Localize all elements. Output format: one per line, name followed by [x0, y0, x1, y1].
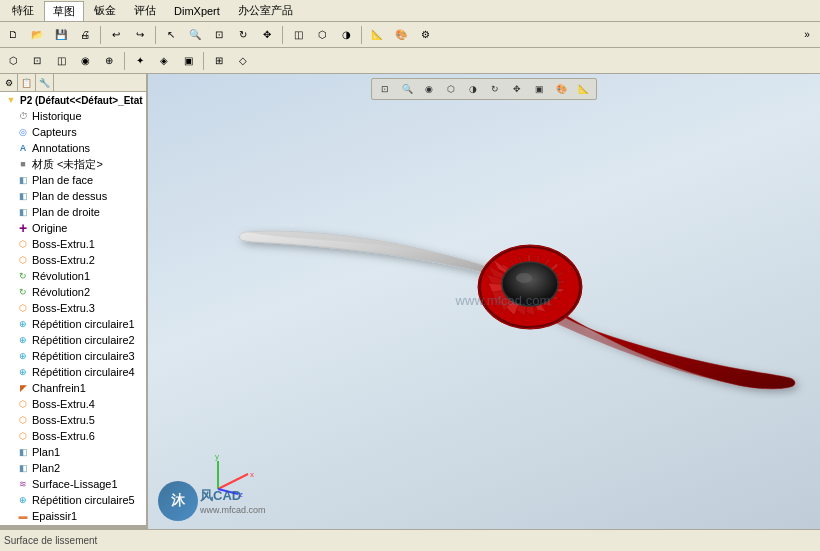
- tree-label-revolution2: Révolution2: [32, 286, 90, 298]
- svg-text:x: x: [250, 470, 254, 479]
- tool-new[interactable]: 🗋: [2, 24, 24, 46]
- tool2-10[interactable]: ◇: [232, 50, 254, 72]
- tool2-9[interactable]: ⊞: [208, 50, 230, 72]
- tool-options[interactable]: ⚙: [414, 24, 436, 46]
- tool-redo[interactable]: ↪: [129, 24, 151, 46]
- main-toolbar: 🗋 📂 💾 🖨 ↩ ↪ ↖ 🔍 ⊡ ↻ ✥ ◫ ⬡ ◑ 📐 🎨 ⚙ »: [0, 22, 820, 48]
- tool-display-style[interactable]: ◫: [287, 24, 309, 46]
- tree-item-historique[interactable]: ⏱ Historique: [0, 108, 146, 124]
- tool-rotate[interactable]: ↻: [232, 24, 254, 46]
- logo-mf: 沐: [171, 492, 185, 510]
- icon-boss-extr1: ⬡: [16, 237, 30, 251]
- panel-resize-handle[interactable]: [0, 525, 146, 529]
- tool2-8[interactable]: ▣: [177, 50, 199, 72]
- tree-item-boss-extr1[interactable]: ⬡ Boss-Extru.1: [0, 236, 146, 252]
- tool-view-orientation[interactable]: ⬡: [311, 24, 333, 46]
- toolbar-expander[interactable]: »: [796, 24, 818, 46]
- tool-zoom-fit[interactable]: ⊡: [208, 24, 230, 46]
- tree-tab-config[interactable]: 🔧: [36, 74, 54, 92]
- tree-item-rep-circ2[interactable]: ⊕ Répétition circulaire2: [0, 332, 146, 348]
- menu-office[interactable]: 办公室产品: [230, 1, 301, 20]
- tool-print[interactable]: 🖨: [74, 24, 96, 46]
- icon-thicken1: ▬: [16, 509, 30, 523]
- tree-item-boss-extr6[interactable]: ⬡ Boss-Extru.6: [0, 428, 146, 444]
- tree-item-capteurs[interactable]: ◎ Capteurs: [0, 124, 146, 140]
- tree-item-boss-extr2[interactable]: ⬡ Boss-Extru.2: [0, 252, 146, 268]
- tree-item-plan-droite[interactable]: ◧ Plan de droite: [0, 204, 146, 220]
- feature-tree: ▼ P2 (Défaut<<Défaut>_Etat ⏱ Historique …: [0, 92, 146, 525]
- tree-item-plan2[interactable]: ◧ Plan2: [0, 460, 146, 476]
- icon-folder-root: ▼: [4, 93, 18, 107]
- sep4: [361, 26, 362, 44]
- icon-history: ⏱: [16, 109, 30, 123]
- icon-sensor: ◎: [16, 125, 30, 139]
- tree-label-plan1: Plan1: [32, 446, 60, 458]
- tree-item-rep-circ3[interactable]: ⊕ Répétition circulaire3: [0, 348, 146, 364]
- icon-plane1: ◧: [16, 445, 30, 459]
- icon-plane-dessus: ◧: [16, 189, 30, 203]
- tree-item-plan-dessus[interactable]: ◧ Plan de dessus: [0, 188, 146, 204]
- tool-undo[interactable]: ↩: [105, 24, 127, 46]
- icon-pattern3: ⊕: [16, 349, 30, 363]
- tool-select[interactable]: ↖: [160, 24, 182, 46]
- tool2-2[interactable]: ⊡: [26, 50, 48, 72]
- tree-label-plan-face: Plan de face: [32, 174, 93, 186]
- tree-label-annotations: Annotations: [32, 142, 90, 154]
- tree-item-revolution2[interactable]: ↻ Révolution2: [0, 284, 146, 300]
- menu-sheet-metal[interactable]: 钣金: [86, 1, 124, 20]
- icon-annotation: A: [16, 141, 30, 155]
- tool2-5[interactable]: ⊕: [98, 50, 120, 72]
- tool-measure[interactable]: 📐: [366, 24, 388, 46]
- icon-origin: +: [16, 221, 30, 235]
- tree-label-boss-extr3: Boss-Extru.3: [32, 302, 95, 314]
- menu-evaluate[interactable]: 评估: [126, 1, 164, 20]
- logo-url: www.mfcad.com: [200, 505, 266, 515]
- tree-item-plan1[interactable]: ◧ Plan1: [0, 444, 146, 460]
- menu-dimxpert[interactable]: DimXpert: [166, 3, 228, 19]
- tool2-7[interactable]: ◈: [153, 50, 175, 72]
- tree-item-rep-circ1[interactable]: ⊕ Répétition circulaire1: [0, 316, 146, 332]
- sep5: [124, 52, 125, 70]
- tree-label-plan2: Plan2: [32, 462, 60, 474]
- 3d-model: [228, 94, 808, 474]
- tree-item-materiau[interactable]: ■ 材质 <未指定>: [0, 156, 146, 172]
- tree-tab-feature[interactable]: ⚙: [0, 74, 18, 92]
- tree-item-revolution1[interactable]: ↻ Révolution1: [0, 268, 146, 284]
- tree-item-plan-face[interactable]: ◧ Plan de face: [0, 172, 146, 188]
- icon-revolve1: ↻: [16, 269, 30, 283]
- tree-item-rep-circ5[interactable]: ⊕ Répétition circulaire5: [0, 492, 146, 508]
- tree-item-epaissir1[interactable]: ▬ Epaissir1: [0, 508, 146, 524]
- tool2-6[interactable]: ✦: [129, 50, 151, 72]
- icon-pattern4: ⊕: [16, 365, 30, 379]
- tree-item-boss-extr3[interactable]: ⬡ Boss-Extru.3: [0, 300, 146, 316]
- tree-item-boss-extr5[interactable]: ⬡ Boss-Extru.5: [0, 412, 146, 428]
- tool2-3[interactable]: ◫: [50, 50, 72, 72]
- tree-item-annotations[interactable]: A Annotations: [0, 140, 146, 156]
- tree-label-capteurs: Capteurs: [32, 126, 77, 138]
- status-text: Surface de lissement: [4, 535, 97, 546]
- tool2-1[interactable]: ⬡: [2, 50, 24, 72]
- menu-bar: 特征 草图 钣金 评估 DimXpert 办公室产品: [0, 0, 820, 22]
- tree-item-surface-lissage1[interactable]: ≋ Surface-Lissage1: [0, 476, 146, 492]
- menu-sketch[interactable]: 草图: [44, 1, 84, 21]
- tree-item-rep-circ4[interactable]: ⊕ Répétition circulaire4: [0, 364, 146, 380]
- tool-save[interactable]: 💾: [50, 24, 72, 46]
- tree-tab-property[interactable]: 📋: [18, 74, 36, 92]
- expand-icon[interactable]: »: [796, 24, 818, 46]
- icon-revolve2: ↻: [16, 285, 30, 299]
- tree-label-rep-circ5: Répétition circulaire5: [32, 494, 135, 506]
- status-bar: Surface de lissement: [0, 529, 820, 551]
- menu-feature[interactable]: 特征: [4, 1, 42, 20]
- tool-section-view[interactable]: ◑: [335, 24, 357, 46]
- tool-appearance[interactable]: 🎨: [390, 24, 412, 46]
- tree-item-root[interactable]: ▼ P2 (Défaut<<Défaut>_Etat: [0, 92, 146, 108]
- tool-zoom-window[interactable]: 🔍: [184, 24, 206, 46]
- tool-pan[interactable]: ✥: [256, 24, 278, 46]
- icon-boss-extr5: ⬡: [16, 413, 30, 427]
- tool2-4[interactable]: ◉: [74, 50, 96, 72]
- tool-open[interactable]: 📂: [26, 24, 48, 46]
- viewport[interactable]: ⊡ 🔍 ◉ ⬡ ◑ ↻ ✥ ▣ 🎨 📐: [148, 74, 820, 529]
- tree-item-origine[interactable]: + Origine: [0, 220, 146, 236]
- tree-item-boss-extr4[interactable]: ⬡ Boss-Extru.4: [0, 396, 146, 412]
- tree-item-chanfrein1[interactable]: ◤ Chanfrein1: [0, 380, 146, 396]
